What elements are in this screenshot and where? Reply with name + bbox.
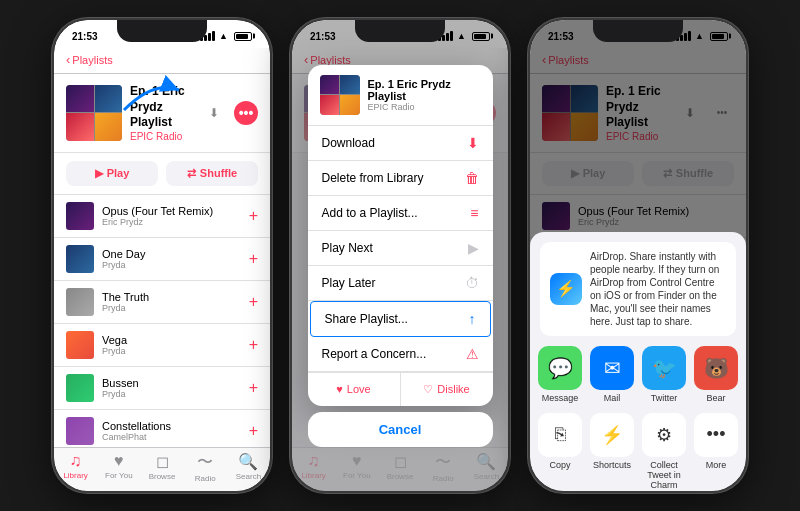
menu-item-share[interactable]: Share Playlist... ↑: [310, 301, 491, 337]
shuffle-label-1: Shuffle: [200, 167, 237, 179]
track-add-3[interactable]: +: [249, 293, 258, 311]
more-button-1[interactable]: •••: [234, 101, 258, 125]
art-tile-1: [66, 85, 94, 113]
track-add-6[interactable]: +: [249, 422, 258, 440]
bar3: [208, 33, 211, 41]
radio-label-1: Radio: [195, 474, 216, 483]
menu-playlater-label: Play Later: [322, 276, 376, 290]
time-1: 21:53: [72, 31, 98, 42]
share-action-copy[interactable]: ⎘ Copy: [538, 413, 582, 490]
track-name-3: The Truth: [102, 291, 241, 303]
menu-art-4: [340, 95, 360, 115]
album-title-1: Ep. 1 Eric Prydz Playlist: [130, 84, 194, 131]
menu-item-add-playlist[interactable]: Add to a Playlist... ≡: [308, 196, 493, 231]
menu-item-report[interactable]: Report a Concern... ⚠: [308, 337, 493, 372]
album-subtitle-1: EPIC Radio: [130, 131, 194, 142]
tab-library-1[interactable]: ♫ Library: [54, 452, 97, 483]
love-button[interactable]: ♥ Love: [308, 373, 401, 406]
play-label-1: Play: [107, 167, 130, 179]
shuffle-button-1[interactable]: ⇄ Shuffle: [166, 161, 258, 186]
menu-art-3: [320, 95, 340, 115]
menu-playnext-label: Play Next: [322, 241, 373, 255]
search-icon-1: 🔍: [238, 452, 258, 471]
tab-radio-1[interactable]: 〜 Radio: [184, 452, 227, 483]
dislike-button[interactable]: ♡ Dislike: [401, 373, 493, 406]
airdrop-icon: ⚡: [550, 273, 582, 305]
share-action-more[interactable]: ••• More: [694, 413, 738, 490]
collect-label: Collect Tweet in Charm: [642, 460, 686, 490]
status-icons-1: ▲: [200, 31, 252, 41]
phone-3: 21:53 ▲ ‹ Pla: [528, 18, 748, 493]
share-action-shortcuts[interactable]: ⚡ Shortcuts: [590, 413, 634, 490]
art-tile-2: [95, 85, 123, 113]
twitter-icon: 🐦: [642, 346, 686, 390]
track-item-4[interactable]: Vega Pryda +: [54, 324, 270, 367]
album-info-1: Ep. 1 Eric Prydz Playlist EPIC Radio: [130, 84, 194, 142]
track-item-2[interactable]: One Day Pryda +: [54, 238, 270, 281]
tab-foryou-1[interactable]: ♥ For You: [97, 452, 140, 483]
share-app-message[interactable]: 💬 Message: [538, 346, 582, 403]
foryou-icon-1: ♥: [114, 452, 124, 470]
track-add-1[interactable]: +: [249, 207, 258, 225]
share-action-collect[interactable]: ⚙ Collect Tweet in Charm: [642, 413, 686, 490]
menu-item-delete[interactable]: Delete from Library 🗑: [308, 161, 493, 196]
track-item-5[interactable]: Bussen Pryda +: [54, 367, 270, 410]
wifi-icon-1: ▲: [219, 31, 228, 41]
menu-item-download[interactable]: Download ⬇: [308, 126, 493, 161]
delete-icon: 🗑: [465, 170, 479, 186]
back-label-1: Playlists: [72, 54, 112, 66]
battery-fill-1: [236, 34, 248, 39]
screen-2: 21:53 ▲ ‹ Playlists: [292, 20, 508, 491]
menu-download-label: Download: [322, 136, 375, 150]
album-art-1: [66, 85, 122, 141]
track-info-3: The Truth Pryda: [102, 291, 241, 313]
play-shuffle-row-1: ▶ Play ⇄ Shuffle: [54, 153, 270, 195]
track-info-2: One Day Pryda: [102, 248, 241, 270]
menu-header: Ep. 1 Eric Prydz Playlist EPIC Radio: [308, 65, 493, 126]
share-app-twitter[interactable]: 🐦 Twitter: [642, 346, 686, 403]
download-icon: ⬇: [467, 135, 479, 151]
tab-browse-1[interactable]: ◻ Browse: [140, 452, 183, 483]
track-add-4[interactable]: +: [249, 336, 258, 354]
track-artist-2: Pryda: [102, 260, 241, 270]
more-label: More: [706, 460, 727, 470]
share-app-mail[interactable]: ✉ Mail: [590, 346, 634, 403]
dislike-icon: ♡: [423, 383, 433, 396]
tab-search-1[interactable]: 🔍 Search: [227, 452, 270, 483]
track-artist-5: Pryda: [102, 389, 241, 399]
menu-art-1: [320, 75, 340, 95]
airdrop-text: AirDrop. Share instantly with people nea…: [590, 250, 726, 328]
back-button-1[interactable]: ‹ Playlists: [66, 52, 113, 67]
track-info-1: Opus (Four Tet Remix) Eric Prydz: [102, 205, 241, 227]
menu-item-play-next[interactable]: Play Next ▶: [308, 231, 493, 266]
menu-item-play-later[interactable]: Play Later ⏱: [308, 266, 493, 301]
track-name-1: Opus (Four Tet Remix): [102, 205, 241, 217]
browse-icon-1: ◻: [156, 452, 169, 471]
love-dislike-row: ♥ Love ♡ Dislike: [308, 372, 493, 406]
library-label-1: Library: [63, 471, 87, 480]
track-item-3[interactable]: The Truth Pryda +: [54, 281, 270, 324]
menu-title: Ep. 1 Eric Prydz Playlist: [368, 78, 481, 102]
share-sheet: ⚡ AirDrop. Share instantly with people n…: [530, 232, 746, 491]
share-sheet-overlay: ⚡ AirDrop. Share instantly with people n…: [530, 20, 746, 491]
tab-bar-1: ♫ Library ♥ For You ◻ Browse 〜 Radio 🔍 S…: [54, 447, 270, 491]
menu-add-label: Add to a Playlist...: [322, 206, 418, 220]
menu-delete-label: Delete from Library: [322, 171, 424, 185]
play-button-1[interactable]: ▶ Play: [66, 161, 158, 186]
cancel-button-2[interactable]: Cancel: [308, 412, 493, 447]
track-add-5[interactable]: +: [249, 379, 258, 397]
track-art-icon-4: [66, 331, 94, 359]
download-button-1[interactable]: ⬇: [202, 101, 226, 125]
track-art-icon-2: [66, 245, 94, 273]
twitter-label: Twitter: [651, 393, 678, 403]
report-icon: ⚠: [466, 346, 479, 362]
track-add-2[interactable]: +: [249, 250, 258, 268]
library-icon-1: ♫: [70, 452, 82, 470]
share-app-bear[interactable]: 🐻 Bear: [694, 346, 738, 403]
screen-3: 21:53 ▲ ‹ Pla: [530, 20, 746, 491]
menu-share-label: Share Playlist...: [325, 312, 408, 326]
track-info-6: Constellations CamelPhat: [102, 420, 241, 442]
track-item-6[interactable]: Constellations CamelPhat +: [54, 410, 270, 447]
track-item-1[interactable]: Opus (Four Tet Remix) Eric Prydz +: [54, 195, 270, 238]
copy-label: Copy: [549, 460, 570, 470]
